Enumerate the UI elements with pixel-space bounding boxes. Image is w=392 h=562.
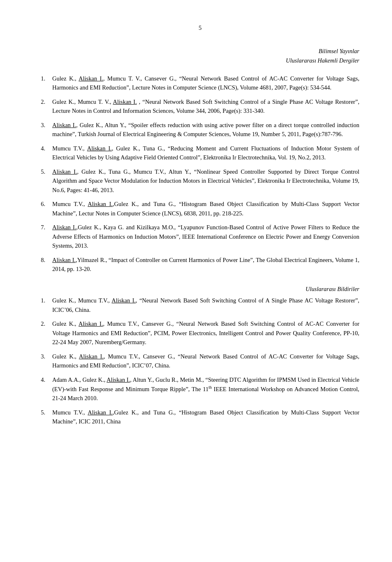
ref-content: Aliskan I., Gulez K., Tuna G., Mumcu T.V… xyxy=(52,167,359,195)
ref-number: 3. xyxy=(41,352,52,370)
ref-content: Mumcu T.V., Aliskan I.,Gulez K., and Tun… xyxy=(52,199,359,218)
section1-header1: Bilimsel Yayınlar xyxy=(41,48,359,55)
section2-header: Uluslararası Bildiriler xyxy=(41,286,359,293)
journals-list: 1. Gulez K., Aliskan I., Mumcu T. V., Ca… xyxy=(41,74,359,273)
list-item: 3. Gulez K., Aliskan I., Mumcu T.V., Can… xyxy=(41,352,359,370)
list-item: 4. Mumcu T.V., Aliskan I., Gulez K., Tun… xyxy=(41,144,359,162)
ref-content: Mumcu T.V., Aliskan I., Gulez K., Tuna G… xyxy=(52,144,359,162)
ref-content: Aliskan I.,Yilmazel R., “Impact of Contr… xyxy=(52,255,359,274)
list-item: 6. Mumcu T.V., Aliskan I.,Gulez K., and … xyxy=(41,199,359,218)
ref-number: 3. xyxy=(41,121,52,139)
ref-number: 2. xyxy=(41,97,52,116)
ref-number: 7. xyxy=(41,223,52,250)
list-item: 7. Aliskan I.,Gulez K., Kaya G. and Kizi… xyxy=(41,223,359,250)
ref-content: Gulez K., Aliskan I., Mumcu T.V., Cansev… xyxy=(52,319,359,347)
list-item: 1. Gulez K., Aliskan I., Mumcu T. V., Ca… xyxy=(41,74,359,92)
ref-content: Aliskan I.,Gulez K., Kaya G. and Kizilka… xyxy=(52,223,359,250)
ref-number: 5. xyxy=(41,408,52,426)
ref-number: 6. xyxy=(41,199,52,218)
ref-content: Aliskan I., Gulez K., Altun Y., “Spoiler… xyxy=(52,121,359,139)
ref-content: Gulez K., Aliskan I., Mumcu T. V., Canse… xyxy=(52,74,359,92)
ref-content: Mumcu T.V., Aliskan I.,Gulez K., and Tun… xyxy=(52,408,359,426)
ref-number: 4. xyxy=(41,375,52,403)
ref-number: 1. xyxy=(41,74,52,92)
section1-header2: Uluslararası Hakemli Dergiler xyxy=(41,57,359,64)
ref-content: Gulez K., Mumcu T.V., Aliskan I., “Neura… xyxy=(52,296,359,314)
page-number: 5 xyxy=(41,25,359,31)
list-item: 3. Aliskan I., Gulez K., Altun Y., “Spoi… xyxy=(41,121,359,139)
list-item: 2. Gulez K., Aliskan I., Mumcu T.V., Can… xyxy=(41,319,359,347)
list-item: 4. Adam A.A., Gulez K., Aliskan I., Altu… xyxy=(41,375,359,403)
ref-content: Gulez K., Aliskan I., Mumcu T.V., Cansev… xyxy=(52,352,359,370)
list-item: 2. Gulez K., Mumcu T. V., Aliskan I. , “… xyxy=(41,97,359,116)
list-item: 5. Aliskan I., Gulez K., Tuna G., Mumcu … xyxy=(41,167,359,195)
ref-number: 8. xyxy=(41,255,52,274)
ref-content: Gulez K., Mumcu T. V., Aliskan I. , “Neu… xyxy=(52,97,359,116)
ref-number: 1. xyxy=(41,296,52,314)
list-item: 5. Mumcu T.V., Aliskan I.,Gulez K., and … xyxy=(41,408,359,426)
list-item: 1. Gulez K., Mumcu T.V., Aliskan I., “Ne… xyxy=(41,296,359,314)
ref-content: Adam A.A., Gulez K., Aliskan I., Altun Y… xyxy=(52,375,359,403)
ref-number: 2. xyxy=(41,319,52,347)
list-item: 8. Aliskan I.,Yilmazel R., “Impact of Co… xyxy=(41,255,359,274)
ref-number: 5. xyxy=(41,167,52,195)
conferences-list: 1. Gulez K., Mumcu T.V., Aliskan I., “Ne… xyxy=(41,296,359,426)
ref-number: 4. xyxy=(41,144,52,162)
